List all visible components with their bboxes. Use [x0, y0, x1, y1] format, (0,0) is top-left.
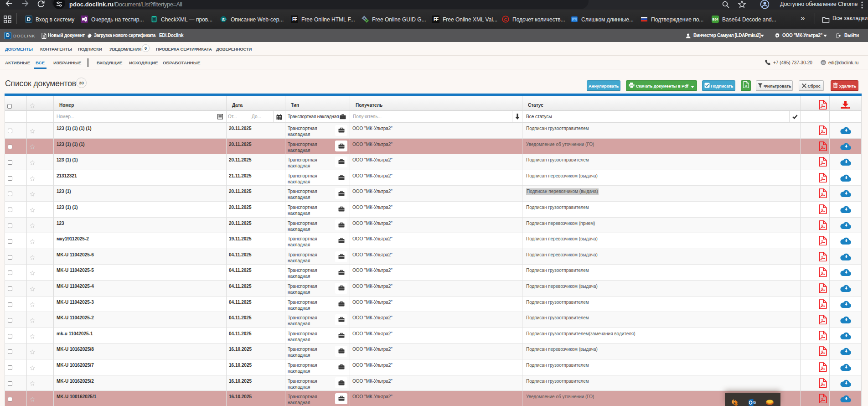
- svg-text:D: D: [27, 16, 31, 22]
- svg-text:x: x: [745, 83, 747, 88]
- svg-text:B64: B64: [713, 18, 718, 21]
- svg-text:FF: FF: [292, 17, 297, 22]
- svg-text:@: @: [822, 61, 825, 65]
- svg-text:C: C: [504, 17, 507, 22]
- svg-text:FF: FF: [434, 17, 439, 22]
- svg-text:S: S: [222, 17, 225, 22]
